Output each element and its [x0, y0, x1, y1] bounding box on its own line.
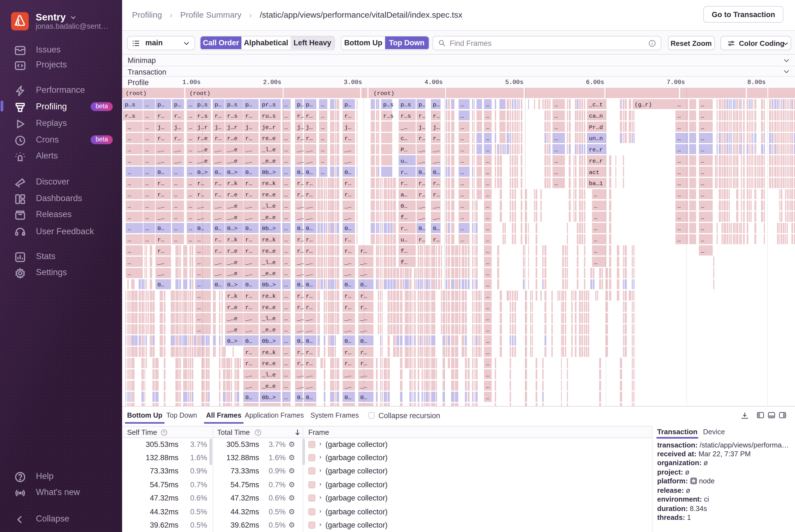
svg-text:_…: _…	[305, 315, 313, 322]
svg-text:r…: r…	[215, 180, 222, 187]
svg-text:…: …	[486, 248, 490, 254]
svg-text:r…: r…	[197, 191, 204, 198]
svg-text:…: …	[197, 236, 201, 243]
svg-text:r…: r…	[157, 248, 164, 254]
svg-text:…: …	[284, 135, 288, 141]
svg-text:…: …	[486, 293, 490, 299]
svg-text:_…: _…	[344, 372, 352, 378]
svg-text:r…: r…	[306, 113, 313, 119]
svg-text:…: …	[189, 113, 192, 119]
svg-text:…: …	[594, 191, 598, 198]
svg-text:_…: _…	[344, 259, 352, 265]
svg-text:r…k: r…k	[227, 180, 238, 187]
svg-text:…: …	[486, 372, 490, 378]
svg-text:r…: r…	[360, 293, 367, 299]
svg-text:…: …	[677, 101, 681, 108]
svg-text:…: …	[128, 124, 131, 130]
svg-text:_…e: _…e	[227, 315, 238, 322]
svg-text:…: …	[197, 293, 201, 299]
svg-text:r…: r…	[360, 360, 367, 366]
svg-text:…: …	[554, 146, 558, 153]
svg-text:0…: 0…	[433, 225, 440, 231]
svg-text:…: …	[701, 236, 704, 243]
svg-text:0…: 0…	[297, 282, 304, 288]
svg-text:…: …	[284, 101, 288, 108]
svg-text:_…: _…	[433, 146, 440, 153]
svg-text:…: …	[460, 101, 464, 108]
svg-text:r…e: r…e	[227, 248, 238, 254]
svg-text:0…: 0…	[297, 338, 304, 344]
svg-text:r…: r…	[433, 135, 440, 141]
svg-text:…: …	[284, 282, 288, 288]
svg-text:r…: r…	[245, 349, 252, 356]
svg-text:r…: r…	[360, 349, 367, 356]
svg-text:_…: _…	[344, 315, 352, 322]
svg-text:_…: _…	[214, 203, 222, 209]
svg-text:…: …	[460, 146, 464, 153]
svg-text:0…: 0…	[344, 225, 352, 231]
svg-text:0…: 0…	[306, 282, 313, 288]
svg-text:…: …	[486, 101, 490, 108]
svg-text:r…: r…	[297, 113, 304, 119]
svg-text:p…s: p…s	[383, 101, 394, 108]
svg-text:…: …	[197, 259, 201, 265]
svg-text:r…: r…	[400, 225, 408, 231]
svg-text:…: …	[145, 236, 149, 243]
svg-text:r…: r…	[297, 180, 304, 187]
svg-text:p…: p…	[433, 101, 440, 108]
svg-text:r…: r…	[400, 169, 408, 175]
svg-text:…: …	[677, 236, 681, 243]
svg-text:_…: _…	[245, 372, 252, 378]
svg-text:r…: r…	[245, 248, 252, 254]
svg-text:p…: p…	[157, 101, 164, 108]
svg-text:_l…e: _l…e	[262, 259, 276, 265]
svg-text:…: …	[128, 225, 131, 231]
svg-text:0b…>: 0b…>	[262, 394, 276, 400]
svg-text:P…: P…	[400, 146, 408, 153]
svg-text:_…: _…	[245, 146, 252, 153]
svg-text:r…: r…	[245, 360, 252, 366]
svg-text:_…: _…	[344, 326, 352, 333]
svg-text:_…e: _…e	[197, 146, 208, 153]
svg-text:…: …	[554, 135, 558, 141]
svg-text:…: …	[284, 259, 288, 265]
svg-text:…: …	[594, 225, 598, 231]
svg-text:_e…e: _e…e	[262, 214, 276, 221]
svg-text:…: …	[284, 383, 288, 389]
svg-text:r…: r…	[344, 191, 352, 198]
svg-text:p…: p…	[297, 101, 304, 108]
svg-text:_…: _…	[305, 270, 313, 277]
svg-text:_…: _…	[360, 383, 367, 389]
svg-text:_…: _…	[174, 158, 181, 164]
svg-text:…: …	[701, 113, 704, 119]
svg-text:…: …	[284, 304, 288, 310]
svg-text:r…: r…	[344, 293, 352, 299]
svg-text:_…: _…	[360, 326, 367, 333]
svg-text:…: …	[189, 101, 192, 108]
svg-text:_e…e: _e…e	[262, 270, 276, 277]
svg-text:r…: r…	[174, 113, 181, 119]
svg-text:r…: r…	[157, 113, 164, 119]
svg-text:_…: _…	[174, 146, 181, 153]
svg-text:r…: r…	[215, 135, 222, 141]
svg-text:j…: j…	[344, 124, 352, 130]
svg-text:_…: _…	[245, 259, 252, 265]
svg-text:r…: r…	[297, 304, 304, 310]
svg-text:0…>: 0…>	[227, 282, 238, 288]
svg-text:p…: p…	[344, 101, 352, 108]
svg-text:p…s: p…s	[227, 101, 238, 108]
svg-text:…: …	[128, 146, 131, 153]
svg-text:…: …	[701, 248, 704, 254]
svg-text:_…: _…	[297, 214, 304, 221]
svg-text:…: …	[460, 203, 464, 209]
svg-text:…: …	[189, 158, 192, 164]
svg-text:0…: 0…	[245, 394, 252, 400]
svg-text:_…: _…	[197, 214, 204, 221]
svg-text:…: …	[284, 360, 288, 366]
svg-text:_…: _…	[297, 383, 304, 389]
svg-text:r…: r…	[297, 360, 304, 366]
svg-text:_…: _…	[305, 203, 313, 209]
svg-text:0…: 0…	[360, 338, 367, 344]
svg-text:_…: _…	[214, 146, 222, 153]
svg-text:_…: _…	[418, 158, 425, 164]
